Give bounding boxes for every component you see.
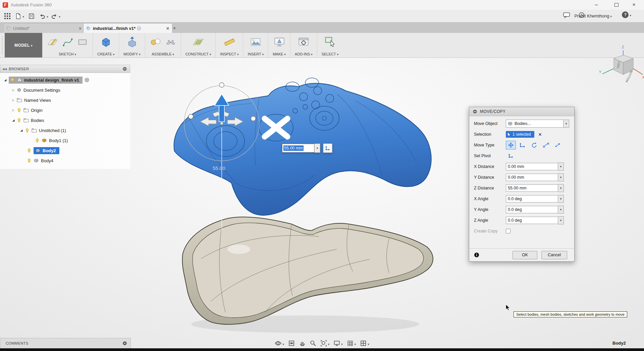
look-at-button[interactable] (287, 339, 296, 347)
display-settings-button[interactable] (332, 339, 344, 347)
fit-button[interactable] (319, 339, 331, 347)
clear-selection-icon[interactable] (538, 132, 542, 137)
cancel-button[interactable]: Cancel (541, 251, 567, 259)
visibility-bulb-icon[interactable] (27, 148, 32, 153)
window-close-button[interactable] (627, 0, 641, 9)
tree-row-origin[interactable]: Origin (0, 105, 130, 115)
y-angle-input[interactable]: 0.0 deg (506, 206, 558, 213)
ribbon-dropdown-select[interactable]: SELECT (322, 52, 338, 56)
expand-icon[interactable] (11, 98, 15, 102)
spline-tool-button[interactable] (62, 36, 73, 48)
set-pivot-button[interactable] (506, 151, 516, 160)
expand-icon[interactable] (11, 108, 15, 112)
chevron-down-icon[interactable] (558, 173, 564, 181)
move-type-translate-button[interactable] (518, 141, 528, 149)
scripts-addins-button[interactable] (297, 36, 310, 48)
expand-icon[interactable] (11, 88, 15, 92)
move-type-point-to-point-button[interactable] (541, 141, 551, 149)
insert-image-button[interactable] (249, 36, 262, 48)
manipulator-center[interactable] (220, 122, 223, 125)
dimension-input[interactable]: 55.00 mm (282, 144, 315, 152)
new-tab-button[interactable] (171, 25, 178, 32)
chevron-down-icon[interactable] (558, 163, 564, 171)
joint-button[interactable] (165, 36, 176, 48)
workspace-selector[interactable]: MODEL (5, 33, 42, 57)
expand-comments-icon[interactable] (122, 341, 127, 346)
ribbon-dropdown-inspect[interactable]: INSPECT (220, 52, 238, 56)
expand-icon[interactable] (11, 119, 15, 122)
chevron-down-icon[interactable] (558, 216, 564, 224)
tree-row-body1[interactable]: Body1 (1) (0, 135, 130, 145)
tree-row-body2-selected[interactable]: Body2 (0, 145, 130, 156)
close-icon[interactable] (78, 26, 82, 31)
app-grid-icon[interactable] (3, 11, 12, 21)
tree-row-root[interactable]: industrial design_finish v1 (0, 75, 130, 85)
tree-row-bodies[interactable]: Bodies (0, 115, 130, 125)
move-type-point-to-position-button[interactable] (553, 141, 563, 149)
select-tool-button[interactable] (324, 36, 336, 48)
viewports-button[interactable] (359, 339, 371, 347)
browser-header[interactable]: BROWSER (0, 65, 130, 73)
ribbon-dropdown-insert[interactable]: INSERT (248, 52, 264, 56)
visibility-bulb-icon[interactable] (35, 138, 40, 143)
info-icon[interactable] (474, 252, 479, 258)
comments-toolbar-icon[interactable] (563, 12, 570, 18)
move-object-select[interactable]: Bodies... (506, 120, 564, 128)
rotate-handle-top[interactable] (219, 83, 224, 87)
collapse-all-icon[interactable] (122, 67, 127, 71)
close-icon[interactable] (166, 26, 169, 31)
dialog-header[interactable]: MOVE/COPY (469, 107, 574, 116)
rotate-handle-right[interactable] (251, 116, 256, 121)
user-menu[interactable]: Pradit Khemthong (574, 10, 612, 22)
tree-row-document-settings[interactable]: Document Settings (0, 85, 130, 95)
undo-button[interactable] (39, 11, 48, 21)
comments-bar[interactable]: COMMENTS (0, 338, 131, 349)
ribbon-dropdown-addins[interactable]: ADD-INS (295, 52, 313, 56)
make-button[interactable] (273, 36, 286, 48)
visibility-bulb-icon[interactable] (10, 78, 15, 82)
y-distance-input[interactable]: 0.00 mm (506, 174, 558, 181)
visibility-bulb-icon[interactable] (17, 118, 21, 123)
pan-button[interactable] (298, 339, 307, 347)
save-button[interactable] (27, 11, 36, 21)
selection-chip[interactable]: 1 selected (506, 131, 534, 138)
z-distance-input[interactable]: 55.00 mm (506, 184, 558, 192)
expand-icon[interactable] (19, 129, 23, 132)
collapse-panel-icon[interactable] (2, 68, 7, 71)
visibility-bulb-icon[interactable] (17, 108, 21, 113)
ribbon-dropdown-create[interactable]: CREATE (97, 52, 114, 56)
orbit-button[interactable] (273, 339, 285, 347)
press-pull-button[interactable] (126, 36, 139, 48)
chevron-down-icon[interactable] (564, 120, 569, 128)
toolbar-grip[interactable] (1, 36, 5, 54)
visibility-bulb-icon[interactable] (27, 158, 32, 163)
measure-button[interactable] (223, 36, 236, 48)
dimension-dropdown-caret[interactable] (315, 143, 320, 153)
ribbon-dropdown-modify[interactable]: MODIFY (123, 52, 140, 56)
redo-button[interactable] (51, 11, 60, 21)
zoom-button[interactable] (308, 339, 318, 347)
tree-row-named-views[interactable]: Named Views (0, 95, 130, 105)
grid-display-button[interactable] (345, 339, 358, 347)
ok-button[interactable]: OK (513, 251, 537, 259)
rectangle-tool-button[interactable] (77, 36, 88, 48)
ribbon-dropdown-assemble[interactable]: ASSEMBLE (152, 52, 174, 56)
viewcube[interactable]: Z Y X LEFT BOTTOM (598, 44, 644, 83)
ribbon-dropdown-sketch[interactable]: SKETCH (59, 52, 76, 56)
help-menu[interactable] (622, 11, 631, 18)
visibility-bulb-icon[interactable] (25, 128, 30, 133)
file-menu-button[interactable] (15, 11, 24, 21)
collapse-dialog-icon[interactable] (473, 109, 477, 114)
chevron-down-icon[interactable] (558, 195, 564, 203)
ribbon-dropdown-make[interactable]: MAKE (273, 52, 286, 56)
x-angle-input[interactable]: 0.0 deg (506, 195, 558, 203)
ribbon-dropdown-construct[interactable]: CONSTRUCT (185, 52, 211, 56)
x-distance-input[interactable]: 0.00 mm (506, 163, 558, 170)
new-component-button[interactable] (150, 36, 162, 48)
chevron-down-icon[interactable] (558, 184, 564, 192)
tree-row-body4[interactable]: Body4 (0, 156, 130, 166)
move-type-rotate-button[interactable] (529, 141, 539, 149)
chevron-down-icon[interactable] (558, 206, 564, 214)
move-type-mini-button[interactable] (323, 143, 332, 153)
record-icon[interactable] (85, 78, 89, 82)
